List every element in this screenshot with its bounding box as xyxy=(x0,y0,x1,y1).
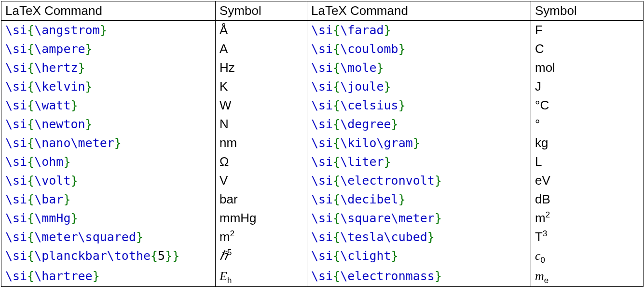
latex-command-cell: \si{\degree} xyxy=(307,115,531,134)
latex-command-cell: \si{\square\meter} xyxy=(307,209,531,228)
symbol-cell: Hz xyxy=(216,58,307,77)
col-header-latex-right: LaTeX Command xyxy=(307,1,531,21)
symbol-cell: K xyxy=(216,77,307,96)
table-row: \si{\watt}W\si{\celsius}°C xyxy=(1,96,644,115)
symbol-cell: bar xyxy=(216,190,307,209)
latex-command-cell: \si{\decibel} xyxy=(307,190,531,209)
symbol-cell: °C xyxy=(531,96,644,115)
latex-command-cell: \si{\nano\meter} xyxy=(1,134,216,152)
latex-command-cell: \si{\coulomb} xyxy=(307,40,531,58)
latex-command-cell: \si{\meter\squared} xyxy=(1,228,216,246)
symbol-cell: V xyxy=(216,171,307,190)
latex-command-cell: \si{\planckbar\tothe{5}} xyxy=(1,246,216,267)
latex-command-cell: \si{\liter} xyxy=(307,152,531,171)
latex-command-cell: \si{\kilo\gram} xyxy=(307,134,531,152)
symbol-cell: eV xyxy=(531,171,644,190)
symbol-cell: L xyxy=(531,152,644,171)
latex-command-cell: \si{\mmHg} xyxy=(1,209,216,228)
symbol-cell: W xyxy=(216,96,307,115)
latex-command-cell: \si{\farad} xyxy=(307,21,531,40)
symbol-cell: mol xyxy=(531,58,644,77)
latex-command-cell: \si{\bar} xyxy=(1,190,216,209)
table-row: \si{\volt}V\si{\electronvolt}eV xyxy=(1,171,644,190)
table-row: \si{\planckbar\tothe{5}}ℏ5\si{\clight}c0 xyxy=(1,246,644,267)
table-row: \si{\ohm}Ω\si{\liter}L xyxy=(1,152,644,171)
symbol-cell: C xyxy=(531,40,644,58)
latex-command-cell: \si{\mole} xyxy=(307,58,531,77)
symbol-cell: ° xyxy=(531,115,644,134)
latex-command-cell: \si{\volt} xyxy=(1,171,216,190)
latex-command-cell: \si{\ampere} xyxy=(1,40,216,58)
table-header-row: LaTeX Command Symbol LaTeX Command Symbo… xyxy=(1,1,644,21)
symbol-cell: F xyxy=(531,21,644,40)
table-row: \si{\mmHg}mmHg\si{\square\meter}m2 xyxy=(1,209,644,228)
table-row: \si{\newton}N\si{\degree}° xyxy=(1,115,644,134)
symbol-cell: ℏ5 xyxy=(216,246,307,267)
table-row: \si{\nano\meter}nm\si{\kilo\gram}kg xyxy=(1,134,644,152)
table-row: \si{\hartree}Eh\si{\electronmass}me xyxy=(1,267,644,287)
table-row: \si{\kelvin}K\si{\joule}J xyxy=(1,77,644,96)
latex-command-cell: \si{\ohm} xyxy=(1,152,216,171)
table-body: \si{\angstrom}Å\si{\farad}F\si{\ampere}A… xyxy=(1,21,644,287)
col-header-symbol-left: Symbol xyxy=(216,1,307,21)
symbol-cell: me xyxy=(531,267,644,287)
latex-command-cell: \si{\electronmass} xyxy=(307,267,531,287)
siunitx-reference-table: LaTeX Command Symbol LaTeX Command Symbo… xyxy=(1,1,644,287)
symbol-cell: N xyxy=(216,115,307,134)
latex-command-cell: \si{\clight} xyxy=(307,246,531,267)
latex-command-cell: \si{\celsius} xyxy=(307,96,531,115)
symbol-cell: dB xyxy=(531,190,644,209)
table-row: \si{\meter\squared}m2\si{\tesla\cubed}T3 xyxy=(1,228,644,246)
table-row: \si{\bar}bar\si{\decibel}dB xyxy=(1,190,644,209)
latex-command-cell: \si{\angstrom} xyxy=(1,21,216,40)
symbol-cell: J xyxy=(531,77,644,96)
symbol-cell: A xyxy=(216,40,307,58)
latex-command-cell: \si{\tesla\cubed} xyxy=(307,228,531,246)
symbol-cell: nm xyxy=(216,134,307,152)
latex-command-cell: \si{\watt} xyxy=(1,96,216,115)
table-row: \si{\angstrom}Å\si{\farad}F xyxy=(1,21,644,40)
symbol-cell: T3 xyxy=(531,228,644,246)
latex-command-cell: \si{\electronvolt} xyxy=(307,171,531,190)
latex-command-cell: \si{\newton} xyxy=(1,115,216,134)
table-row: \si{\hertz}Hz\si{\mole}mol xyxy=(1,58,644,77)
latex-command-cell: \si{\hartree} xyxy=(1,267,216,287)
symbol-cell: Ω xyxy=(216,152,307,171)
col-header-symbol-right: Symbol xyxy=(531,1,644,21)
symbol-cell: m2 xyxy=(531,209,644,228)
symbol-cell: m2 xyxy=(216,228,307,246)
latex-command-cell: \si{\hertz} xyxy=(1,58,216,77)
symbol-cell: kg xyxy=(531,134,644,152)
symbol-cell: mmHg xyxy=(216,209,307,228)
col-header-latex-left: LaTeX Command xyxy=(1,1,216,21)
latex-command-cell: \si{\kelvin} xyxy=(1,77,216,96)
symbol-cell: c0 xyxy=(531,246,644,267)
table-row: \si{\ampere}A\si{\coulomb}C xyxy=(1,40,644,58)
symbol-cell: Å xyxy=(216,21,307,40)
latex-command-cell: \si{\joule} xyxy=(307,77,531,96)
symbol-cell: Eh xyxy=(216,267,307,287)
